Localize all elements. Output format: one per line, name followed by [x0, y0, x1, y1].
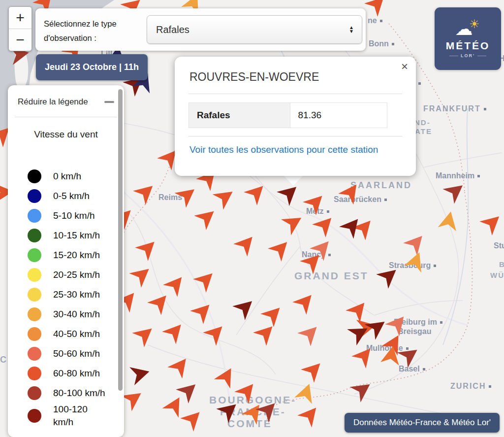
legend-item-label: 100-120 km/h [53, 403, 109, 428]
legend-color-dot [28, 248, 41, 262]
city-marker [418, 82, 421, 85]
legend-item-label: 25-30 km/h [53, 288, 100, 301]
legend-color-dot [28, 189, 41, 203]
legend-item-label: 5-10 km/h [53, 209, 94, 222]
legend-item-label: 20-25 km/h [53, 269, 100, 281]
legend-color-dot [28, 347, 41, 361]
legend-item: 30-40 km/h [8, 304, 124, 324]
legend-item-label: 10-15 km/h [53, 229, 100, 242]
observation-toolbar-label: Sélectionnez le type d'observation : [44, 17, 117, 45]
legend-item: 50-60 km/h [8, 344, 124, 364]
map-label: ND- [414, 118, 431, 127]
observation-toolbar: Sélectionnez le type d'observation : Raf… [35, 8, 366, 51]
popup-divider-bottom [189, 136, 402, 136]
legend-item-label: 0 km/h [53, 170, 81, 183]
legend-item: 60-80 km/h [8, 364, 124, 383]
zoom-in-button[interactable]: + [9, 7, 32, 29]
logo-dash-left [449, 56, 458, 56]
popup-divider-top [189, 94, 402, 94]
map-label: ZURICH [450, 382, 491, 391]
legend-item: 5-10 km/h [8, 206, 124, 226]
meteo-lor-logo: ☀ ☁ MÉTÉO LOR' [435, 7, 501, 70]
city-marker [380, 20, 382, 22]
map-label: Bonn [369, 39, 394, 48]
observation-value-cell: 81.36 [290, 103, 387, 128]
collapse-minus-icon [104, 101, 114, 103]
data-attribution: Données Météo-France & Météo Lor' [345, 413, 500, 433]
legend-item: 25-30 km/h [8, 285, 124, 304]
city-marker [392, 43, 394, 45]
legend-collapse-button[interactable]: Réduire la légende [8, 85, 124, 107]
legend-item: 20-25 km/h [8, 265, 124, 285]
legend-color-dot [28, 386, 41, 400]
cloud-icon: ☁ [455, 20, 473, 38]
sun-cloud-icon: ☀ ☁ [454, 19, 482, 39]
map-zoom-control: + − [8, 6, 32, 51]
map-label: WÜRT [490, 271, 504, 279]
wind-arrow[interactable] [436, 208, 462, 234]
legend-item-label: 0-5 km/h [53, 190, 90, 202]
legend-collapse-label: Réduire la légende [18, 97, 88, 107]
legend-item-label: 40-50 km/h [53, 328, 100, 340]
legend-item: 80-100 km/h [8, 383, 124, 403]
legend-color-dot [28, 327, 41, 341]
map-label: B [499, 260, 504, 269]
city-marker [434, 265, 436, 267]
station-name: ROUVRES-EN-WOEVRE [189, 70, 404, 84]
legend-item-label: 60-80 km/h [53, 367, 100, 380]
legend-item-label: 80-100 km/h [53, 387, 105, 400]
map-canvas[interactable]: neBonnHzFRANKFURTND-ATEMannheimSAARLANDS… [0, 0, 504, 437]
map-label: C [0, 355, 8, 365]
observation-table: Rafales 81.36 [189, 102, 387, 128]
legend-color-dot [28, 307, 41, 321]
legend-item: 10-15 km/h [8, 226, 124, 245]
city-marker [440, 321, 442, 324]
select-arrows-icon: ▲▼ [349, 26, 354, 34]
legend-color-dot [28, 367, 41, 380]
observation-type-select[interactable]: Rafales ▲▼ [147, 15, 362, 44]
logo-dash-right [477, 56, 486, 56]
legend-color-dot [28, 409, 41, 423]
map-label: Stu [494, 241, 504, 250]
legend-color-dot [28, 268, 41, 282]
selected-observation-type: Rafales [156, 24, 349, 35]
observation-label-line1: Sélectionnez le type [44, 17, 117, 31]
logo-subtitle-text: LOR' [461, 53, 475, 58]
station-popup: × ROUVRES-EN-WOEVRE Rafales 81.36 Voir t… [175, 57, 416, 176]
legend-panel: Réduire la légende Vitesse du vent 0 km/… [8, 85, 124, 437]
city-marker [384, 199, 387, 201]
legend-title: Vitesse du vent [8, 129, 124, 140]
legend-color-dot [28, 229, 41, 242]
observation-label-line2: d'observation : [44, 31, 117, 45]
legend-item-label: 50-60 km/h [53, 347, 100, 360]
map-label: FRANKFURT [423, 104, 486, 113]
legend-item: 0 km/h [8, 167, 124, 186]
legend-color-dot [28, 288, 41, 302]
logo-subtitle: LOR' [449, 53, 486, 58]
legend-scrollbar[interactable] [118, 89, 123, 391]
legend-color-dot [28, 209, 41, 223]
legend-divider [15, 117, 117, 117]
table-row: Rafales 81.36 [189, 103, 387, 128]
legend-item-label: 15-20 km/h [53, 249, 100, 262]
city-marker [477, 175, 480, 177]
datetime-button[interactable]: Jeudi 23 Octobre | 11h [36, 54, 148, 80]
legend-item: 100-120 km/h [8, 403, 124, 428]
legend-item: 40-50 km/h [8, 324, 124, 344]
legend-item: 15-20 km/h [8, 245, 124, 265]
station-observations-link[interactable]: Voir toutes les observations pour cette … [189, 144, 378, 155]
legend-items: 0 km/h0-5 km/h5-10 km/h10-15 km/h15-20 k… [8, 167, 124, 428]
map-label: GRAND EST [294, 270, 369, 282]
city-marker [484, 108, 486, 110]
observation-name-cell: Rafales [189, 103, 290, 128]
legend-item-label: 30-40 km/h [53, 308, 100, 321]
logo-title: MÉTÉO [446, 40, 490, 52]
city-marker [489, 385, 491, 388]
zoom-out-button[interactable]: − [9, 29, 32, 51]
legend-color-dot [28, 169, 41, 183]
popup-close-button[interactable]: × [401, 61, 408, 72]
legend-item: 0-5 km/h [8, 186, 124, 206]
city-marker [423, 368, 425, 370]
map-label: ATE [415, 127, 432, 135]
